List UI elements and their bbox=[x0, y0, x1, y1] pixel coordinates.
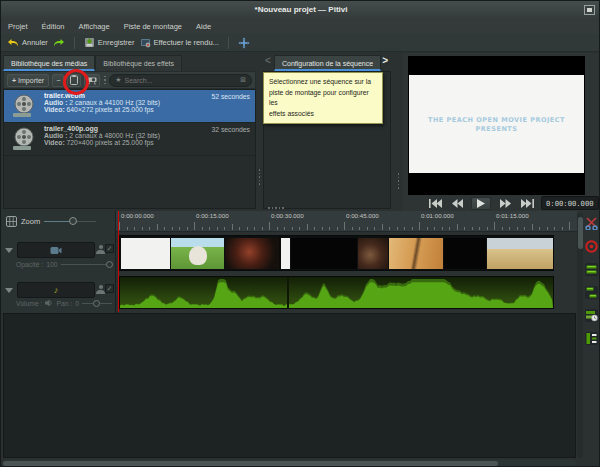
scrollbar-thumb[interactable] bbox=[578, 217, 583, 249]
window-control-icon bbox=[587, 8, 592, 12]
pitivi-window: *Nouveau projet — Pitivi Projet Édition … bbox=[0, 0, 600, 467]
zoom-fit-icon[interactable] bbox=[6, 216, 17, 227]
skip-start-icon bbox=[429, 199, 442, 208]
menu-affichage[interactable]: Affichage bbox=[79, 22, 110, 31]
clip-row-trailer-400p-ogg[interactable]: trailer_400p.ogg 32 secondes Audio : 2 c… bbox=[4, 123, 255, 156]
search-input[interactable] bbox=[125, 77, 238, 84]
menu-projet[interactable]: Projet bbox=[8, 22, 28, 31]
undo-label: Annuler bbox=[22, 38, 48, 47]
pane-splitter[interactable] bbox=[258, 169, 261, 185]
timeline-horizontal-scrollbar[interactable] bbox=[3, 460, 577, 466]
undo-button[interactable]: Annuler bbox=[7, 38, 48, 48]
clip-duration: 32 secondes bbox=[211, 126, 250, 133]
save-button[interactable]: Enregistrer bbox=[84, 37, 135, 48]
video-camera-icon bbox=[50, 246, 62, 255]
ruler-label: 0:00:15.000 bbox=[196, 212, 229, 219]
thumbnail-smoke-scene bbox=[389, 238, 443, 269]
delete-clip-button[interactable] bbox=[585, 240, 598, 253]
pan-slider[interactable] bbox=[82, 299, 112, 307]
timeline-vertical-scrollbar[interactable] bbox=[577, 213, 583, 458]
save-icon bbox=[84, 37, 95, 48]
minus-icon: − bbox=[56, 77, 60, 84]
window-title: *Nouveau projet — Pitivi bbox=[1, 1, 600, 19]
menu-piste-de-montage[interactable]: Piste de montage bbox=[124, 22, 182, 31]
copy-clips-button[interactable] bbox=[585, 309, 598, 322]
window-control-button[interactable] bbox=[584, 5, 595, 15]
timecode-display[interactable]: 0:00:00.000 bbox=[541, 196, 599, 210]
redo-button[interactable] bbox=[53, 38, 65, 48]
play-button[interactable] bbox=[471, 197, 491, 210]
video-layer-visible-checkbox[interactable]: ✓ bbox=[105, 244, 114, 253]
menu-edition[interactable]: Édition bbox=[42, 22, 65, 31]
titlebar[interactable]: *Nouveau projet — Pitivi bbox=[1, 1, 600, 19]
thumbnail-man-scene bbox=[358, 238, 388, 269]
tab-media-library[interactable]: Bibliothèque des médias bbox=[3, 55, 95, 71]
audio-layer-volume-row: Volume : Pan : 0 bbox=[16, 299, 112, 307]
pan-slider-handle[interactable] bbox=[93, 300, 100, 307]
toolbar-separator bbox=[74, 37, 75, 49]
timeline-ruler[interactable]: 0:00:00.000 0:00:15.000 0:00:30.000 0:00… bbox=[116, 211, 577, 232]
clip-video-info: Video: 720×400 pixels at 25.000 fps bbox=[44, 139, 251, 146]
tab-sequence-configuration[interactable]: Configuration de la séquence bbox=[274, 55, 381, 71]
video-layer-expander[interactable] bbox=[5, 248, 13, 253]
audio-layer-solo-icon[interactable] bbox=[96, 285, 105, 294]
next-tab-arrow[interactable]: > bbox=[382, 55, 388, 66]
ungroup-clips-button[interactable] bbox=[585, 286, 598, 299]
video-frame: THE PEACH OPEN MOVIE PROJECT PRESENTS bbox=[409, 75, 584, 173]
ruler-label: 0:01:00.000 bbox=[421, 212, 454, 219]
group-clips-button[interactable] bbox=[585, 263, 598, 276]
video-layer-solo-icon[interactable] bbox=[96, 245, 105, 254]
audio-layer-expander[interactable] bbox=[5, 288, 13, 293]
media-clip-list: trailer.webm 52 secondes Audio : 2 canau… bbox=[3, 89, 256, 209]
opacity-slider-handle[interactable] bbox=[106, 261, 113, 268]
audio-layer-name-box[interactable]: ♪ bbox=[17, 282, 95, 298]
menu-aide[interactable]: Aide bbox=[196, 22, 211, 31]
thumbnail-title-card bbox=[121, 238, 170, 269]
ruler-label: 0:00:30.000 bbox=[271, 212, 304, 219]
clear-search-icon[interactable]: ⊠ bbox=[240, 76, 246, 84]
render-button[interactable]: Effectuer le rendu... bbox=[140, 37, 219, 48]
thumbnail-bunny-scene bbox=[171, 238, 224, 269]
fit-zoom-button[interactable] bbox=[238, 37, 250, 49]
save-label: Enregistrer bbox=[98, 38, 135, 47]
sequence-config-panel: < Configuration de la séquence > Sélecti… bbox=[263, 53, 391, 209]
prev-tab-arrow[interactable]: < bbox=[265, 55, 271, 66]
fast-forward-icon bbox=[500, 199, 511, 208]
skip-end-icon bbox=[521, 199, 534, 208]
main-toolbar: Annuler Enregistrer Effectuer le rendu..… bbox=[1, 34, 600, 52]
audio-layer-mute-checkbox[interactable]: ✓ bbox=[105, 284, 114, 293]
zoom-slider-handle[interactable] bbox=[69, 217, 77, 225]
toolbar-grip bbox=[103, 76, 106, 85]
clip-row-trailer-webm[interactable]: trailer.webm 52 secondes Audio : 2 canau… bbox=[4, 90, 255, 123]
media-library-toolbar: + Importer − ★ ⊠ bbox=[3, 71, 256, 89]
thumbnail-title-card bbox=[281, 238, 290, 269]
undo-icon bbox=[7, 38, 19, 48]
search-box[interactable]: ★ ⊠ bbox=[109, 74, 252, 87]
align-clips-button[interactable] bbox=[585, 332, 598, 345]
volume-label: Volume : bbox=[16, 300, 42, 307]
scrollbar-thumb[interactable] bbox=[3, 461, 498, 466]
go-to-start-button[interactable] bbox=[427, 197, 443, 210]
toolbar-separator bbox=[228, 37, 229, 49]
zoom-label: Zoom bbox=[21, 217, 40, 226]
pane-splitter[interactable] bbox=[397, 173, 400, 189]
opacity-slider[interactable] bbox=[61, 260, 113, 268]
video-display[interactable]: THE PEACH OPEN MOVIE PROJECT PRESENTS bbox=[408, 56, 585, 195]
zoom-slider[interactable] bbox=[44, 217, 96, 225]
seek-back-button[interactable] bbox=[449, 197, 465, 210]
playhead[interactable] bbox=[118, 211, 120, 312]
tab-effect-library[interactable]: Bibliothèque des effets bbox=[95, 55, 182, 71]
viewer-panel: THE PEACH OPEN MOVIE PROJECT PRESENTS 0:… bbox=[403, 53, 599, 211]
horizontal-pane-splitter[interactable] bbox=[268, 207, 284, 209]
split-clip-button[interactable] bbox=[585, 217, 598, 230]
media-library-panel: Bibliothèque des médias Bibliothèque des… bbox=[3, 53, 256, 209]
star-icon: ★ bbox=[115, 76, 121, 84]
audio-track[interactable] bbox=[119, 276, 554, 309]
thumbnail-black-frame bbox=[444, 238, 486, 269]
seek-forward-button[interactable] bbox=[497, 197, 513, 210]
video-layer-name-box[interactable] bbox=[17, 242, 95, 258]
import-button[interactable]: + Importer bbox=[7, 74, 49, 87]
clip-video-info: Video: 640×272 pixels at 25.000 fps bbox=[44, 106, 251, 113]
timeline-empty-area[interactable] bbox=[3, 313, 576, 458]
go-to-end-button[interactable] bbox=[519, 197, 535, 210]
